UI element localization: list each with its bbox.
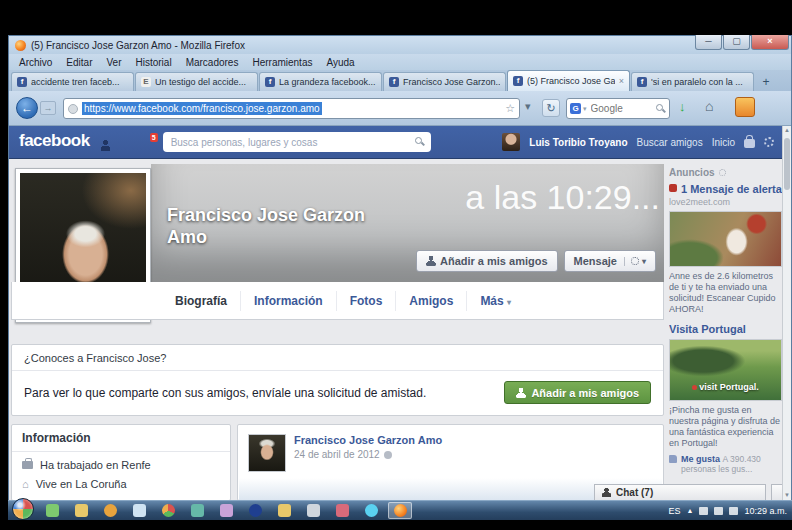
tab-biografia[interactable]: Biografía xyxy=(162,291,241,311)
taskbar-folder-icon-2[interactable] xyxy=(272,502,296,519)
downloads-icon[interactable]: ↓ xyxy=(679,99,686,114)
tab-mas-label: Más xyxy=(480,294,503,308)
page-scrollbar[interactable]: ▲ ▼ xyxy=(782,126,791,500)
ad1-title-label: 1 Mensaje de alerta xyxy=(681,183,782,195)
taskbar-app-icon-6[interactable] xyxy=(243,502,267,519)
home-icon[interactable]: ⌂ xyxy=(705,98,713,114)
add-friend-button[interactable]: Añadir a mis amigos xyxy=(416,250,558,272)
info-item-label: Vive en La Coruña xyxy=(36,478,127,490)
browser-tab-2[interactable]: E Un testigo del accide... xyxy=(135,72,258,91)
info-item-work[interactable]: Ha trabajado en Renfe xyxy=(12,452,230,471)
privacy-shortcuts-icon[interactable] xyxy=(744,139,755,148)
menu-editar[interactable]: Editar xyxy=(66,57,92,68)
network-icon[interactable] xyxy=(714,507,723,515)
taskbar-app-icon-4[interactable] xyxy=(185,502,209,519)
user-name-link[interactable]: Luis Toribio Troyano xyxy=(529,137,627,148)
menu-ayuda[interactable]: Ayuda xyxy=(326,57,354,68)
new-tab-button[interactable]: + xyxy=(757,74,775,91)
engine-caret-icon[interactable]: ▾ xyxy=(583,105,587,113)
info-item-city[interactable]: ⌂ Vive en La Coruña xyxy=(12,471,230,490)
message-button[interactable]: Mensaje ▾ xyxy=(564,250,656,272)
skype-icon[interactable] xyxy=(359,502,383,519)
add-friend-green-button[interactable]: Añadir a mis amigos xyxy=(504,381,651,404)
menu-ver[interactable]: Ver xyxy=(106,57,121,68)
settings-gear-icon[interactable] xyxy=(764,137,774,147)
addon-toolbar-icon[interactable] xyxy=(735,97,755,117)
tab-close-icon[interactable]: × xyxy=(619,76,624,86)
scrollbar-thumb[interactable] xyxy=(784,138,790,190)
home-link[interactable]: Inicio xyxy=(712,137,735,148)
message-options-segment[interactable]: ▾ xyxy=(624,257,646,266)
facebook-logo[interactable]: facebook xyxy=(19,131,90,151)
ad1-domain[interactable]: love2meet.com xyxy=(669,197,784,207)
like-link[interactable]: Me gusta xyxy=(681,454,720,464)
search-engine-icon[interactable]: G xyxy=(570,103,581,114)
privacy-globe-icon xyxy=(384,451,392,459)
tab-amigos[interactable]: Amigos xyxy=(396,291,467,311)
back-button[interactable]: ← xyxy=(16,97,38,119)
ads-options-icon[interactable] xyxy=(719,169,726,176)
action-center-flag-icon[interactable] xyxy=(729,507,738,515)
taskbar-folder-icon[interactable] xyxy=(69,502,93,519)
cover-photo[interactable]: a las 10:29... Francisco Jose Garzon Amo… xyxy=(151,164,664,282)
find-friends-link[interactable]: Buscar amigos xyxy=(637,137,703,148)
taskbar-browser-icon[interactable] xyxy=(156,502,180,519)
taskbar-app-icon-7[interactable] xyxy=(301,502,325,519)
browser-tab-active[interactable]: f (5) Francisco Jose Gar... × xyxy=(507,70,630,91)
tab-informacion[interactable]: Información xyxy=(241,291,337,311)
menu-marcadores[interactable]: Marcadores xyxy=(186,57,239,68)
url-bar[interactable]: https://www.facebook.com/francisco.jose.… xyxy=(63,98,520,119)
url-selected-text[interactable]: https://www.facebook.com/francisco.jose.… xyxy=(82,102,322,115)
web-search-box[interactable]: G ▾ xyxy=(566,98,670,119)
profile-name-line1: Francisco Jose Garzon xyxy=(167,204,365,226)
search-magnifier-icon[interactable] xyxy=(656,104,666,114)
menu-herramientas[interactable]: Herramientas xyxy=(252,57,312,68)
tab-mas[interactable]: Más ▾ xyxy=(467,291,524,311)
browser-tab-6[interactable]: f 'si en paralelo con la ... xyxy=(631,72,754,91)
taskbar-app-icon-2[interactable] xyxy=(98,502,122,519)
web-search-input[interactable] xyxy=(589,102,645,115)
browser-tab-3[interactable]: f La grandeza facebook... xyxy=(259,72,382,91)
taskbar-app-icon-1[interactable] xyxy=(40,502,64,519)
reload-button[interactable]: ↻ xyxy=(542,99,560,117)
start-button[interactable] xyxy=(12,498,34,520)
post-author-avatar[interactable] xyxy=(248,434,286,472)
menu-historial[interactable]: Historial xyxy=(136,57,172,68)
taskbar-app-icon-3[interactable] xyxy=(127,502,151,519)
windows-desktop: (5) Francisco Jose Garzon Amo - Mozilla … xyxy=(8,35,792,520)
notifications-globe-icon[interactable]: 5 xyxy=(140,137,153,148)
ad1-image[interactable] xyxy=(669,211,782,267)
browser-tab-1[interactable]: f accidente tren faceb... xyxy=(11,72,134,91)
window-titlebar[interactable]: (5) Francisco Jose Garzon Amo - Mozilla … xyxy=(9,36,791,54)
ad2-title[interactable]: Visita Portugal xyxy=(669,323,784,335)
maximize-button[interactable]: ▢ xyxy=(723,35,750,50)
forward-button[interactable]: → xyxy=(40,101,56,115)
minimize-button[interactable]: ─ xyxy=(695,35,722,50)
taskbar-clock[interactable]: 10:29 a.m. xyxy=(744,506,787,516)
url-dropdown-caret-icon[interactable]: ▾ xyxy=(525,100,531,113)
chat-bar[interactable]: Chat (7) xyxy=(594,484,766,500)
browser-tab-4[interactable]: f Francisco Jose Garzon... xyxy=(383,72,506,91)
post-author-link[interactable]: Francisco Jose Garzon Amo xyxy=(294,434,442,446)
close-button[interactable]: × xyxy=(751,35,789,50)
scroll-up-arrow-icon[interactable]: ▲ xyxy=(783,126,791,135)
friend-requests-icon[interactable] xyxy=(100,137,113,148)
taskbar-app-icon-8[interactable] xyxy=(330,502,354,519)
facebook-search-box[interactable] xyxy=(163,132,431,152)
scroll-down-arrow-icon[interactable]: ▼ xyxy=(783,491,791,500)
tray-expand-icon[interactable]: ▲ xyxy=(687,507,694,514)
messages-icon[interactable] xyxy=(120,137,133,148)
language-indicator[interactable]: ES xyxy=(669,506,681,516)
menu-archivo[interactable]: Archivo xyxy=(19,57,52,68)
post-date[interactable]: 24 de abril de 2012 xyxy=(294,449,380,460)
friend-prompt-text: Para ver lo que comparte con sus amigos,… xyxy=(24,386,426,400)
user-avatar[interactable] xyxy=(502,133,520,151)
firefox-taskbar-icon[interactable] xyxy=(388,502,412,519)
ad1-title[interactable]: 1 Mensaje de alerta xyxy=(669,183,784,195)
battery-icon[interactable] xyxy=(699,507,708,515)
tab-fotos[interactable]: Fotos xyxy=(337,291,397,311)
bookmark-star-icon[interactable]: ☆ xyxy=(505,102,515,115)
ad2-image[interactable]: visit Portugal. xyxy=(669,339,782,401)
taskbar-app-icon-5[interactable] xyxy=(214,502,238,519)
facebook-search-input[interactable] xyxy=(169,136,415,149)
